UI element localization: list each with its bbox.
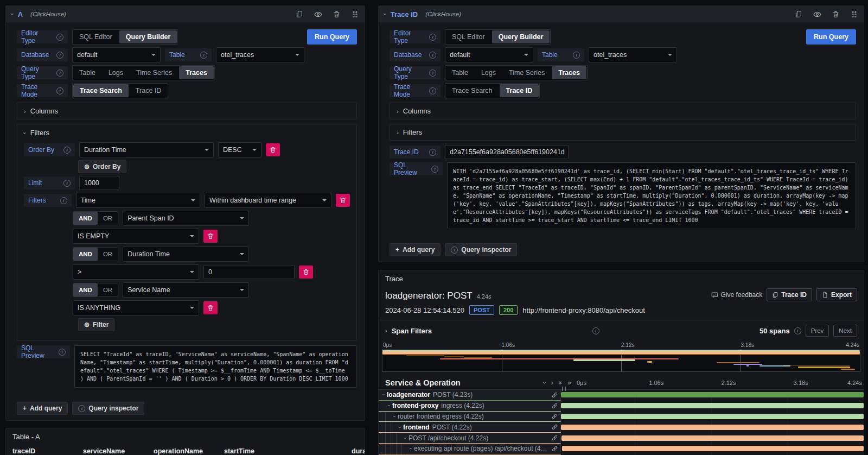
chevron-down-icon[interactable]: › — [408, 448, 413, 450]
span-row[interactable]: ›POST /api/checkout (4.22s) — [379, 433, 864, 444]
hide-response-eye-icon[interactable] — [813, 10, 821, 18]
info-icon[interactable]: i — [56, 69, 63, 77]
prev-button[interactable]: Prev — [806, 325, 829, 337]
or-option[interactable]: OR — [98, 283, 118, 296]
info-icon[interactable]: i — [429, 34, 436, 41]
filters-section-header[interactable]: › Filters — [390, 124, 856, 141]
span-bar[interactable] — [561, 425, 864, 430]
span-link-icon[interactable] — [551, 413, 558, 420]
query-inspector-button[interactable]: iQuery inspector — [445, 243, 517, 256]
query-type-timeseries[interactable]: Time Series — [502, 66, 551, 80]
span-bar[interactable] — [562, 446, 864, 451]
query-type-logs[interactable]: Logs — [102, 66, 130, 80]
delete-query-trash-icon[interactable] — [332, 10, 341, 18]
remove-order-by-button[interactable] — [266, 143, 280, 156]
order-by-field-select[interactable]: Duration Time — [79, 142, 214, 157]
span-row[interactable]: ›router frontend egress (4.22s) — [379, 412, 864, 422]
info-icon[interactable]: i — [429, 87, 436, 94]
delete-query-trash-icon[interactable] — [831, 10, 840, 18]
filter-duration-op-select[interactable]: > — [73, 264, 199, 280]
col-header-traceid[interactable]: traceID — [12, 444, 83, 455]
collapse-one-icon[interactable]: › — [541, 382, 548, 384]
filter-time-value-select[interactable]: Within dashboard time range — [205, 193, 331, 208]
or-option[interactable]: OR — [98, 248, 118, 261]
query-builder-option[interactable]: Query Builder — [119, 30, 177, 43]
chevron-right-icon[interactable]: › — [385, 327, 387, 334]
duplicate-icon[interactable] — [794, 10, 803, 18]
span-bar[interactable] — [561, 403, 864, 408]
or-option[interactable]: OR — [98, 212, 118, 225]
trace-mode-search[interactable]: Trace Search — [73, 84, 129, 97]
order-by-direction-select[interactable]: DESC — [218, 142, 261, 157]
info-icon[interactable]: i — [56, 52, 63, 59]
span-link-icon[interactable] — [551, 445, 558, 452]
expand-all-icon[interactable]: » — [567, 379, 571, 387]
query-inspector-button[interactable]: iQuery inspector — [72, 402, 144, 415]
query-type-timeseries[interactable]: Time Series — [130, 66, 178, 80]
chevron-down-icon[interactable]: › — [382, 13, 388, 15]
filters-section-header[interactable]: › Filters — [24, 129, 350, 137]
info-icon[interactable]: i — [429, 69, 436, 77]
query-header-a[interactable]: › A (ClickHouse) — [6, 6, 365, 22]
query-type-logs[interactable]: Logs — [475, 66, 502, 80]
expand-one-icon[interactable]: › — [551, 379, 553, 387]
col-header-operationname[interactable]: operationName — [154, 444, 224, 455]
span-row[interactable]: ›executing api route (pages) /api/checko… — [379, 444, 864, 454]
query-builder-option[interactable]: Query Builder — [492, 30, 550, 43]
collapse-all-icon[interactable]: » — [557, 381, 564, 385]
table-select[interactable]: otel_traces — [216, 47, 304, 62]
info-icon[interactable]: i — [592, 327, 599, 334]
and-option[interactable]: AND — [73, 212, 98, 225]
hide-response-eye-icon[interactable] — [314, 10, 322, 18]
col-header-duration[interactable]: duration — [352, 444, 365, 455]
filter-parent-span-op-select[interactable]: IS EMPTY — [73, 229, 199, 244]
remove-filter-button[interactable] — [203, 230, 218, 243]
sql-editor-option[interactable]: SQL Editor — [73, 30, 119, 44]
remove-filter-button[interactable] — [203, 301, 218, 314]
chevron-down-icon[interactable]: › — [381, 394, 386, 396]
query-type-table[interactable]: Table — [73, 66, 102, 80]
sql-editor-option[interactable]: SQL Editor — [445, 30, 492, 44]
info-icon[interactable]: i — [429, 52, 436, 59]
info-icon[interactable]: i — [56, 34, 63, 41]
run-query-button[interactable]: Run Query — [806, 29, 856, 45]
give-feedback-button[interactable]: Give feedback — [711, 291, 763, 299]
chevron-down-icon[interactable]: › — [386, 405, 392, 407]
chevron-down-icon[interactable]: › — [397, 426, 403, 428]
trace-mode-id[interactable]: Trace ID — [500, 84, 539, 97]
table-select[interactable]: otel_traces — [589, 47, 677, 62]
span-row[interactable]: ›frontendPOST (4.22s) — [379, 422, 864, 433]
run-query-button[interactable]: Run Query — [307, 29, 357, 45]
query-type-traces[interactable]: Traces — [552, 66, 586, 79]
columns-section-header[interactable]: › Columns — [390, 103, 856, 119]
filter-service-field-select[interactable]: Service Name — [123, 282, 249, 298]
filter-duration-field-select[interactable]: Duration Time — [123, 247, 249, 262]
info-icon[interactable]: i — [431, 166, 438, 173]
column-resizer-handle[interactable] — [562, 387, 566, 391]
trace-mode-search[interactable]: Trace Search — [445, 84, 499, 98]
and-option[interactable]: AND — [73, 283, 98, 296]
info-icon[interactable]: i — [429, 149, 436, 156]
filter-parent-span-field-select[interactable]: Parent Span ID — [123, 211, 249, 226]
and-option[interactable]: AND — [73, 248, 98, 261]
span-link-icon[interactable] — [551, 391, 558, 399]
span-link-icon[interactable] — [551, 434, 558, 441]
info-icon[interactable]: i — [573, 52, 580, 59]
span-bar[interactable] — [561, 392, 864, 397]
database-select[interactable]: default — [72, 47, 161, 62]
query-header-trace-id[interactable]: › Trace ID (ClickHouse) — [379, 6, 864, 22]
next-button[interactable]: Next — [833, 325, 857, 337]
add-filter-button[interactable]: ⊕Filter — [78, 318, 114, 331]
trace-minimap[interactable] — [382, 349, 860, 372]
drag-handle-icon[interactable] — [850, 10, 858, 18]
columns-section-header[interactable]: › Columns — [17, 103, 357, 119]
duplicate-icon[interactable] — [295, 10, 304, 18]
database-select[interactable]: default — [445, 47, 533, 62]
remove-filter-button[interactable] — [299, 266, 313, 279]
filter-time-field-select[interactable]: Time — [76, 193, 200, 208]
trace-id-input[interactable]: d2a7155ef6a928a05680e5ff6190241d — [445, 145, 569, 159]
limit-input[interactable]: 1000 — [79, 176, 119, 190]
info-icon[interactable]: i — [56, 87, 63, 94]
span-filters-header[interactable]: Span Filters — [392, 327, 432, 335]
add-query-button[interactable]: +Add query — [390, 243, 441, 256]
